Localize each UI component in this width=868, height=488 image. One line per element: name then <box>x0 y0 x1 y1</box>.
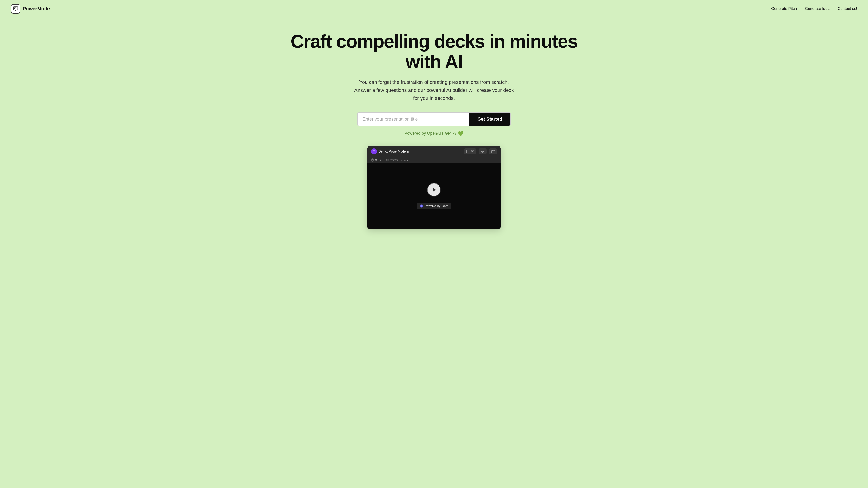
powered-by-label: Powered by OpenAI's GPT-3 <box>404 131 457 136</box>
hero-section: Craft compelling decks in minutes with A… <box>0 18 868 238</box>
video-comment-button[interactable]: 10 <box>464 149 476 154</box>
video-player[interactable]: Powered by loom <box>367 163 501 229</box>
logo-text: PowerMode <box>23 6 50 12</box>
video-duration: 3 min <box>371 158 382 162</box>
hero-title: Craft compelling decks in minutes with A… <box>287 31 581 72</box>
comment-count: 10 <box>471 150 474 153</box>
heart-emoji: 💚 <box>458 131 464 136</box>
link-icon <box>481 150 485 153</box>
svg-marker-4 <box>433 188 436 192</box>
video-link-button[interactable] <box>478 149 487 154</box>
loom-icon <box>420 204 424 208</box>
get-started-button[interactable]: Get Started <box>469 112 510 126</box>
video-external-button[interactable] <box>489 149 497 154</box>
nav-contact-us[interactable]: Contact us! <box>838 6 857 11</box>
views-text: 23.93K views <box>391 158 408 162</box>
video-container: T Demo: PowerMode.ai 10 <box>367 146 501 229</box>
svg-line-1 <box>493 150 494 152</box>
duration-text: 3 min <box>375 158 382 162</box>
external-link-icon <box>491 150 495 153</box>
nav-links: Generate Pitch Generate Idea Contact us! <box>771 6 857 11</box>
video-title-section: T Demo: PowerMode.ai <box>371 149 461 154</box>
comment-icon <box>466 150 470 153</box>
nav-generate-idea[interactable]: Generate Idea <box>805 6 830 11</box>
eye-icon <box>386 158 389 162</box>
logo[interactable]: PowerMode <box>11 4 50 13</box>
input-row: Get Started <box>357 112 511 126</box>
presentation-title-input[interactable] <box>358 112 469 126</box>
svg-point-6 <box>421 205 422 206</box>
svg-rect-0 <box>13 6 18 10</box>
video-views: 23.93K views <box>386 158 408 162</box>
clock-icon <box>371 158 374 162</box>
video-topbar: T Demo: PowerMode.ai 10 <box>367 146 501 157</box>
navbar: PowerMode Generate Pitch Generate Idea C… <box>0 0 868 18</box>
logo-icon <box>11 4 20 13</box>
loom-label: loom <box>442 204 448 207</box>
loom-badge: Powered by loom <box>417 203 452 209</box>
play-icon <box>432 187 437 192</box>
hero-subtitle: You can forget the frustration of creati… <box>352 78 515 102</box>
powered-by-prefix: Powered by <box>425 204 440 207</box>
logo-svg <box>13 6 19 12</box>
video-actions: 10 <box>464 149 497 154</box>
video-stats-bar: 3 min 23.93K views <box>367 157 501 163</box>
svg-point-3 <box>387 160 388 161</box>
nav-generate-pitch[interactable]: Generate Pitch <box>771 6 797 11</box>
video-avatar: T <box>371 149 377 154</box>
video-title: Demo: PowerMode.ai <box>379 150 409 153</box>
play-button[interactable] <box>427 183 441 197</box>
powered-by-text: Powered by OpenAI's GPT-3 💚 <box>404 131 464 136</box>
